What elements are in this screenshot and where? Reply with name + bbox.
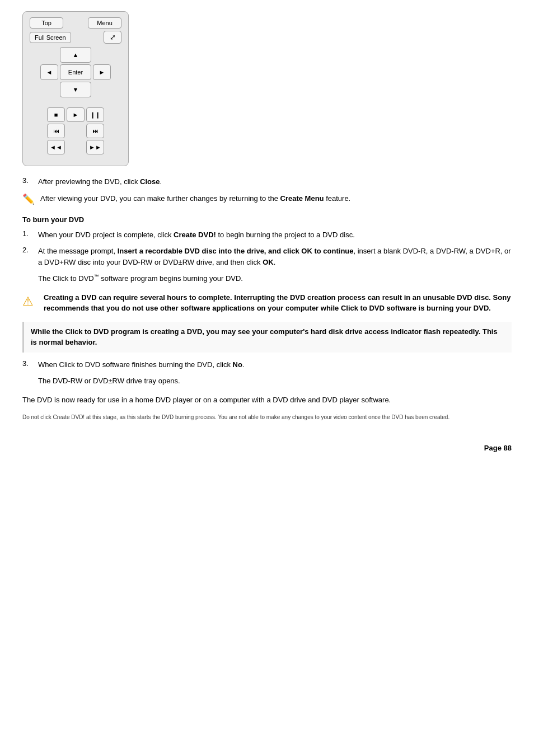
burn-step1-bold: Create DVD! [174, 231, 216, 239]
nav-block: ▲ ◄ Enter ► ▼ [40, 47, 111, 97]
burn-step-2-num: 2. [22, 246, 38, 267]
transport-block: ■ ► ❙❙ ⏮ ⏭ ◄◄ ►► [47, 107, 104, 154]
step-3-num: 3. [22, 176, 38, 187]
step-3: 3. After previewing the DVD, click Close… [22, 176, 512, 187]
indent-block-2: The DVD-RW or DVD±RW drive tray opens. [38, 375, 512, 387]
burn-step-3-num: 3. [22, 359, 38, 370]
burn-step-2: 2. At the message prompt, Insert a recor… [22, 246, 512, 267]
note-icon: ✏️ [22, 193, 36, 205]
note-block: ✏️ After viewing your DVD, you can make … [22, 193, 512, 205]
burn-step-3-text: When Click to DVD software finishes burn… [38, 359, 512, 370]
burn-step1-part2: to begin burning the project to a DVD di… [216, 231, 355, 239]
page-footer: Page 88 [22, 444, 512, 452]
next-chapter-button[interactable]: ⏭ [86, 124, 104, 138]
play-button[interactable]: ► [67, 107, 85, 122]
menu-button[interactable]: Menu [88, 17, 121, 29]
prev-chapter-button[interactable]: ⏮ [47, 124, 65, 138]
nav-right-button[interactable]: ► [93, 64, 111, 80]
burn-step-1-num: 1. [22, 229, 38, 241]
top-button[interactable]: Top [30, 17, 63, 29]
fastforward-button[interactable]: ►► [86, 140, 104, 154]
indent1-text2: software program begins burning your DVD… [99, 274, 243, 283]
nav-down-button[interactable]: ▼ [60, 82, 91, 97]
step-3-end: . [160, 177, 162, 186]
pause-button[interactable]: ❙❙ [86, 107, 104, 122]
burn-step1-part1: When your DVD project is complete, click [38, 231, 174, 239]
note-end: feature. [324, 194, 351, 203]
angle-button[interactable]: ⤢ [104, 31, 121, 44]
nav-up-button[interactable]: ▲ [60, 47, 91, 63]
step-3-text-part1: After previewing the DVD, click [38, 177, 140, 186]
burn-step2-bold2: OK [263, 258, 274, 266]
fullscreen-button[interactable]: Full Screen [30, 32, 71, 43]
remote-control-widget: Top Menu Full Screen ⤢ ▲ ◄ Enter ► ▼ ■ ►… [22, 11, 129, 166]
burn-step-3: 3. When Click to DVD software finishes b… [22, 359, 512, 370]
section-heading: To burn your DVD [22, 215, 512, 224]
nav-enter-button[interactable]: Enter [60, 64, 91, 80]
indent1-text1: The Click to DVD [38, 274, 94, 283]
burn-step2-bold: Insert a recordable DVD disc into the dr… [118, 247, 354, 255]
burn-step2-end: . [274, 258, 276, 266]
burn-step-2-text: At the message prompt, Insert a recordab… [38, 246, 512, 267]
burn-step3-part1: When Click to DVD software finishes burn… [38, 360, 233, 369]
final-text: The DVD is now ready for use in a home D… [22, 395, 512, 406]
page-number: Page 88 [484, 444, 512, 452]
burn-step-1: 1. When your DVD project is complete, cl… [22, 229, 512, 241]
note-text: After viewing your DVD, you can make fur… [40, 193, 350, 204]
step-3-text: After previewing the DVD, click Close. [38, 176, 512, 187]
burn-step3-end: . [242, 360, 245, 369]
rewind-button[interactable]: ◄◄ [47, 140, 65, 154]
stop-button[interactable]: ■ [47, 107, 65, 122]
warning-text: Creating a DVD can require several hours… [44, 292, 512, 314]
note-bold: Create Menu [280, 194, 324, 203]
note-text-part1: After viewing your DVD, you can make fur… [40, 194, 280, 203]
info-box: While the Click to DVD program is creati… [22, 322, 512, 353]
burn-step-1-text: When your DVD project is complete, click… [38, 229, 512, 241]
step-3-bold: Close [140, 177, 160, 186]
warning-block: ⚠ Creating a DVD can require several hou… [22, 292, 512, 314]
nav-left-button[interactable]: ◄ [40, 64, 58, 80]
burn-step3-bold: No [233, 360, 242, 369]
indent-block-1: The Click to DVD™ software program begin… [38, 273, 512, 284]
indent1-logo: ™ [94, 274, 99, 279]
burn-step2-part1: At the message prompt, [38, 247, 118, 255]
warning-icon: ⚠ [22, 292, 38, 311]
small-note: Do not click Create DVD! at this stage, … [22, 413, 512, 421]
